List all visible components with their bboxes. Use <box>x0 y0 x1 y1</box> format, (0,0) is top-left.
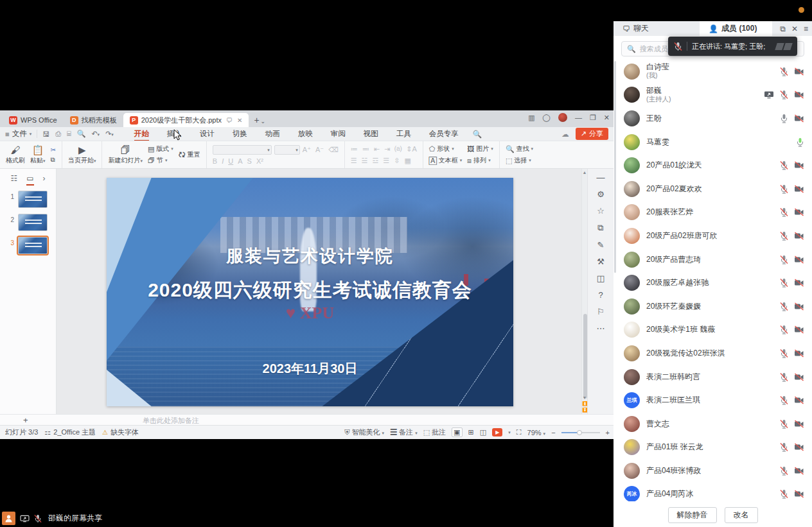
export-icon[interactable]: ⎙ <box>55 130 61 138</box>
add-slide-button[interactable]: + <box>23 415 28 425</box>
search-icon[interactable]: 🔍 <box>473 130 482 139</box>
member-list-item[interactable]: 表演二班韩昀言 <box>613 365 812 389</box>
scroll-up-icon[interactable]: ▲ <box>582 170 587 175</box>
help-icon[interactable]: ? <box>598 290 603 300</box>
scrollbar-thumb[interactable] <box>583 314 587 399</box>
camera-off-icon[interactable] <box>794 490 804 498</box>
camera-off-icon[interactable] <box>794 208 804 216</box>
shapes-panel-icon[interactable]: ⧉ <box>597 223 603 233</box>
edit-panel-icon[interactable]: ✎ <box>597 240 605 250</box>
zoom-slider[interactable] <box>561 432 600 433</box>
justify-icon[interactable]: ☰ <box>383 157 389 165</box>
align-left-icon[interactable]: ☰ <box>351 157 357 165</box>
menu-tab-动画[interactable]: 动画 <box>265 129 280 139</box>
outdent-icon[interactable]: ⇤ <box>374 145 380 153</box>
play-current-button[interactable]: ▶ 当页开始▾ <box>68 145 96 165</box>
prev-slide-icon[interactable]: ▼ <box>582 395 587 400</box>
notes-placeholder[interactable]: 单击此处添加备注 <box>143 416 199 426</box>
line-spacing-icon[interactable]: ⇳ <box>394 157 400 165</box>
slide-thumbnail-3[interactable] <box>18 237 48 254</box>
close-panel-icon[interactable]: ✕ <box>791 24 798 33</box>
camera-off-icon[interactable] <box>794 232 804 240</box>
minimize-button[interactable]: — <box>575 114 582 121</box>
restore-button[interactable]: ❐ <box>590 114 596 122</box>
picture-button[interactable]: 🖼图片▾ <box>467 144 493 153</box>
member-list-item[interactable]: 20服表张艺烨 <box>613 201 812 225</box>
muted-mic-icon[interactable] <box>780 349 788 358</box>
panel-menu-icon[interactable]: ≡ <box>804 24 808 33</box>
camera-off-icon[interactable] <box>794 255 804 264</box>
new-tab-button[interactable]: + <box>254 115 259 125</box>
camera-off-icon[interactable] <box>794 114 804 123</box>
unmute-button[interactable]: 解除静音 <box>668 507 717 523</box>
menu-tab-视图[interactable]: 视图 <box>364 129 378 139</box>
zoom-in-button[interactable]: + <box>606 429 610 436</box>
reading-panel-icon[interactable]: ◫ <box>597 273 605 283</box>
align-center-icon[interactable]: ☱ <box>362 157 368 165</box>
muted-mic-icon[interactable] <box>780 160 788 170</box>
menu-tab-开始[interactable]: 开始 <box>134 129 149 139</box>
member-list-item[interactable]: 产品04班张博政 <box>613 459 812 483</box>
tab-docer-templates[interactable]: D 找稻壳模板 <box>64 113 123 127</box>
tab-wps-home[interactable]: W WPS Office <box>3 113 64 127</box>
camera-off-icon[interactable] <box>794 373 804 381</box>
close-window-button[interactable]: ✕ <box>604 114 610 122</box>
zoom-slider-knob[interactable] <box>577 430 582 435</box>
redo-icon[interactable]: ↷▾ <box>105 130 114 138</box>
zoom-out-button[interactable]: − <box>551 429 555 436</box>
member-list-item[interactable]: 20级环艺秦媛媛 <box>613 295 812 318</box>
save-icon[interactable]: 🖫 <box>42 130 49 138</box>
undo-icon[interactable]: ↶▾ <box>91 130 100 138</box>
theme-status[interactable]: ⚏ 2_Office 主题 <box>44 428 96 437</box>
camera-off-icon[interactable] <box>794 420 804 428</box>
font-style-icon-I[interactable]: I <box>222 157 224 165</box>
camera-off-icon[interactable] <box>794 161 804 169</box>
settings-icon[interactable]: ⚙ <box>597 189 605 199</box>
camera-off-icon[interactable] <box>794 325 804 334</box>
comment-button[interactable]: ⬚ 批注 <box>423 428 446 437</box>
next-slide-icon2[interactable]: ⏬ <box>582 408 587 413</box>
muted-mic-icon[interactable] <box>780 278 788 288</box>
numbering-icon[interactable]: ≕ <box>362 145 369 153</box>
member-list-item[interactable]: 产品01班 张云龙 <box>613 436 812 460</box>
layout-button[interactable]: ▤版式▾ <box>148 144 173 153</box>
cut-icon[interactable]: ✂ <box>51 146 56 153</box>
member-list-item[interactable]: 白诗莹 (我) <box>613 60 812 83</box>
muted-mic-icon[interactable] <box>780 184 788 194</box>
section-button[interactable]: 🗇节▾ <box>148 156 173 165</box>
account-avatar[interactable] <box>558 113 567 122</box>
canvas-scrollbar[interactable]: ▲ ▼ ⏫ ⏬ <box>581 169 587 414</box>
tab-chat[interactable]: 🗨 聊天 <box>613 21 700 36</box>
clear-format-icon[interactable]: ⌫ <box>328 146 339 154</box>
thumbnail-view-icon[interactable]: ▭ <box>26 174 33 186</box>
tab-members[interactable]: 👤 成员 (100) <box>700 21 772 36</box>
camera-off-icon[interactable] <box>794 185 804 193</box>
camera-off-icon[interactable] <box>794 279 804 287</box>
char-spacing-icon[interactable]: ⇕A <box>406 145 417 153</box>
menu-tab-切换[interactable]: 切换 <box>233 129 247 139</box>
muted-mic-icon[interactable] <box>780 207 788 217</box>
indent-icon[interactable]: ⇥ <box>384 145 390 153</box>
fit-screen-icon[interactable]: ⛶ <box>516 428 522 436</box>
member-list-item[interactable]: 20级产品曹志琦 <box>613 248 812 272</box>
shapes-button[interactable]: ⬠形状▾ <box>429 144 463 153</box>
menu-tab-工具[interactable]: 工具 <box>396 129 411 139</box>
camera-off-icon[interactable] <box>794 91 804 99</box>
copy-icon[interactable]: ⧉ <box>51 156 56 164</box>
zoom-level[interactable]: 79% ▾ <box>527 429 546 436</box>
bullets-icon[interactable]: ≔ <box>351 145 358 153</box>
align-right-icon[interactable]: ☲ <box>372 157 378 165</box>
comment-bubble-icon[interactable]: 🗩 <box>226 117 233 124</box>
slide-thumbnail-2[interactable] <box>18 214 48 231</box>
muted-mic-icon[interactable] <box>780 325 788 334</box>
muted-mic-icon[interactable] <box>780 442 788 452</box>
popout-panel-icon[interactable]: ⧉ <box>780 24 786 33</box>
outline-view-icon[interactable]: ☷ <box>10 174 17 186</box>
tab-list-caret-icon[interactable]: ⌄ <box>261 118 266 125</box>
camera-off-icon[interactable] <box>794 396 804 404</box>
share-button[interactable]: ↗ 分享 <box>576 128 608 140</box>
increase-font-icon[interactable]: A⁺ <box>303 146 311 154</box>
cloud-sync-icon[interactable]: ☁ <box>561 130 569 139</box>
menu-tab-放映[interactable]: 放映 <box>298 129 313 139</box>
textbox-button[interactable]: 🄰文本框▾ <box>429 156 463 165</box>
